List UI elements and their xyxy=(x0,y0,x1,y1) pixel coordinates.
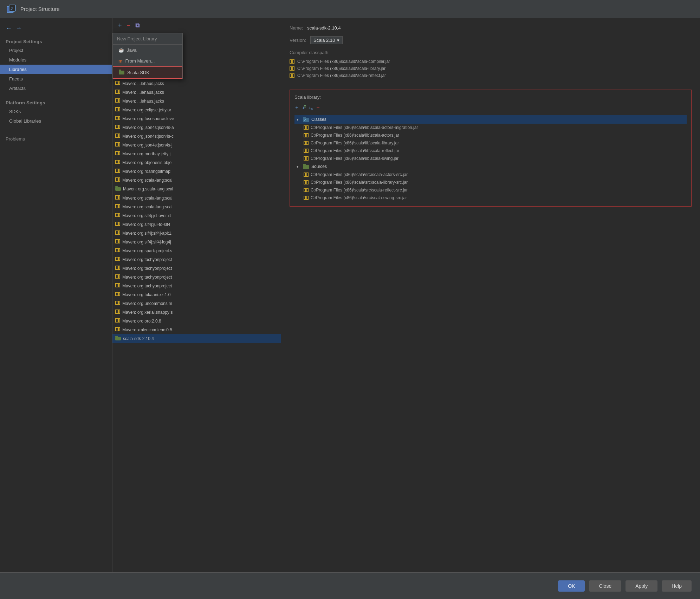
add-source-button[interactable]: +s xyxy=(308,104,314,112)
apply-button[interactable]: Apply xyxy=(626,580,657,592)
svg-rect-175 xyxy=(115,331,120,331)
svg-rect-172 xyxy=(118,327,119,331)
svg-rect-47 xyxy=(115,137,120,138)
svg-rect-90 xyxy=(115,204,120,205)
list-item[interactable]: Maven: org.fusesource.leve xyxy=(112,114,281,123)
scala-folder-icon-selected xyxy=(115,336,121,341)
svg-rect-186 xyxy=(292,67,293,70)
list-item[interactable]: Maven: org.slf4j:slf4j-log4j xyxy=(112,237,281,246)
remove-entry-button[interactable]: − xyxy=(316,104,320,112)
list-item[interactable]: Maven: org.scala-lang:scal xyxy=(112,184,281,194)
svg-rect-225 xyxy=(306,157,307,160)
svg-rect-17 xyxy=(115,93,120,94)
svg-rect-221 xyxy=(304,149,309,149)
list-item[interactable]: Maven: org.tachyonproject xyxy=(112,281,281,290)
list-item[interactable]: Maven: org.tachyonproject xyxy=(112,255,281,264)
list-item[interactable]: Maven: org.objenesis:obje xyxy=(112,158,281,167)
back-arrow[interactable]: ← xyxy=(6,25,12,32)
jar-icon xyxy=(304,196,309,200)
list-item[interactable]: Maven: org.json4s:json4s-a xyxy=(112,123,281,132)
svg-rect-7 xyxy=(117,81,117,85)
dropdown-from-maven[interactable]: m From Maven... xyxy=(113,56,182,66)
source-file-item[interactable]: C:\Program Files (x86)\scala\src\scala-l… xyxy=(302,178,687,186)
list-item-selected[interactable]: scala-sdk-2.10.4 xyxy=(112,334,281,343)
dropdown-java[interactable]: ☕ Java xyxy=(113,45,182,56)
source-file-item[interactable]: C:\Program Files (x86)\scala\src\scala-r… xyxy=(302,186,687,194)
list-item[interactable]: Maven: org.xerial.snappy:s xyxy=(112,308,281,317)
scala-lib-toolbar: + +⚙ +s − xyxy=(294,104,687,112)
source-file-item[interactable]: C:\Program Files (x86)\scala\src\scala-a… xyxy=(302,171,687,178)
svg-rect-163 xyxy=(115,313,120,314)
list-item[interactable]: Maven: org.tachyonproject xyxy=(112,273,281,281)
source-file-path: C:\Program Files (x86)\scala\src\scala-r… xyxy=(311,188,408,193)
version-dropdown[interactable]: Scala 2.10 ▾ xyxy=(310,36,343,44)
svg-rect-116 xyxy=(115,248,116,252)
ok-button[interactable]: OK xyxy=(558,580,585,592)
list-item[interactable]: Maven: org.eclipse.jetty.or xyxy=(112,105,281,114)
svg-rect-33 xyxy=(119,116,120,120)
list-item[interactable]: Maven: xmlenc:xmlenc:0.5. xyxy=(112,325,281,334)
class-file-item[interactable]: C:\Program Files (x86)\scala\lib\scala-s… xyxy=(302,155,687,162)
class-file-item[interactable]: C:\Program Files (x86)\scala\lib\scala-a… xyxy=(302,124,687,131)
svg-rect-35 xyxy=(115,119,120,120)
source-file-path: C:\Program Files (x86)\scala\src\scala-a… xyxy=(311,172,408,177)
sidebar-item-libraries[interactable]: Libraries xyxy=(0,65,112,74)
remove-library-button[interactable]: − xyxy=(125,21,132,30)
class-file-item[interactable]: C:\Program Files (x86)\scala\lib\scala-a… xyxy=(302,131,687,139)
classes-tree-node[interactable]: ▾ C Classes xyxy=(294,115,687,124)
list-item[interactable]: Maven: org.scala-lang:scal xyxy=(112,202,281,211)
sidebar-item-facets[interactable]: Facets xyxy=(0,74,112,84)
class-file-item[interactable]: C:\Program Files (x86)\scala\lib\scala-r… xyxy=(302,147,687,155)
list-item[interactable]: Maven: ...lehaus.jacks xyxy=(112,97,281,105)
list-item[interactable]: Maven: org.tachyonproject xyxy=(112,264,281,273)
help-button[interactable]: Help xyxy=(662,580,692,592)
add-class-button[interactable]: + xyxy=(294,104,299,112)
svg-rect-122 xyxy=(115,257,116,261)
list-item[interactable]: Maven: org.spark-project.s xyxy=(112,246,281,255)
copy-library-button[interactable]: ⧉ xyxy=(134,21,141,30)
sources-tree-node[interactable]: ▾ Sources xyxy=(294,162,687,171)
jar-icon xyxy=(115,257,120,262)
sidebar-item-project[interactable]: Project xyxy=(0,46,112,55)
svg-rect-219 xyxy=(306,149,307,152)
nav-arrows: ← → xyxy=(0,22,112,36)
list-item[interactable]: Maven: org.slf4j:slf4j-api:1. xyxy=(112,229,281,237)
svg-rect-46 xyxy=(115,134,120,134)
jar-icon xyxy=(115,151,120,156)
list-item[interactable]: Maven: org.uncommons.m xyxy=(112,299,281,308)
svg-rect-139 xyxy=(115,278,120,279)
list-item[interactable]: Maven: org.slf4j:jul-to-slf4 xyxy=(112,220,281,229)
list-item[interactable]: Maven: org.mortbay.jetty:j xyxy=(112,149,281,158)
add-library-button[interactable]: + xyxy=(117,21,123,30)
sidebar-item-global-libraries[interactable]: Global Libraries xyxy=(0,116,112,126)
sidebar-item-artifacts[interactable]: Artifacts xyxy=(0,84,112,93)
forward-arrow[interactable]: → xyxy=(15,25,22,32)
source-file-item[interactable]: C:\Program Files (x86)\scala\src\scala-s… xyxy=(302,194,687,202)
list-item[interactable]: Maven: org.slf4j:jcl-over-sl xyxy=(112,211,281,220)
list-item[interactable]: Maven: org.json4s:json4s-j xyxy=(112,141,281,149)
project-structure-window: J Project Structure ← → Project Settings… xyxy=(0,0,700,599)
svg-rect-13 xyxy=(117,90,117,93)
list-item[interactable]: Maven: org.scala-lang:scal xyxy=(112,194,281,202)
sidebar-item-modules[interactable]: Modules xyxy=(0,55,112,65)
app-icon: J xyxy=(6,4,16,14)
sidebar-item-sdks[interactable]: SDKs xyxy=(0,107,112,116)
list-item[interactable]: Maven: ...lehaus.jacks xyxy=(112,88,281,97)
svg-rect-95 xyxy=(119,213,120,217)
close-button[interactable]: Close xyxy=(589,580,621,592)
list-item[interactable]: Maven: org.roaringbitmap: xyxy=(112,167,281,176)
list-item[interactable]: Maven: oro:oro:2.0.8 xyxy=(112,317,281,325)
jar-icon xyxy=(115,204,120,209)
list-item[interactable]: Maven: org.scala-lang:scal xyxy=(112,176,281,184)
list-item[interactable]: Maven: org.json4s:json4s-c xyxy=(112,132,281,141)
name-field-value: scala-sdk-2.10.4 xyxy=(307,25,341,31)
svg-rect-251 xyxy=(306,196,307,200)
jar-icon xyxy=(115,230,120,236)
list-item[interactable]: Maven: org.tukaani:xz:1.0 xyxy=(112,290,281,299)
add-class-with-opts-button[interactable]: +⚙ xyxy=(301,104,305,111)
list-item[interactable]: Maven: ...lehaus.jacks xyxy=(112,79,281,88)
svg-rect-253 xyxy=(304,196,309,196)
class-file-item[interactable]: C:\Program Files (x86)\scala\lib\scala-l… xyxy=(302,139,687,147)
svg-rect-20 xyxy=(118,99,119,102)
dropdown-scala-sdk[interactable]: Scala SDK xyxy=(113,66,182,79)
